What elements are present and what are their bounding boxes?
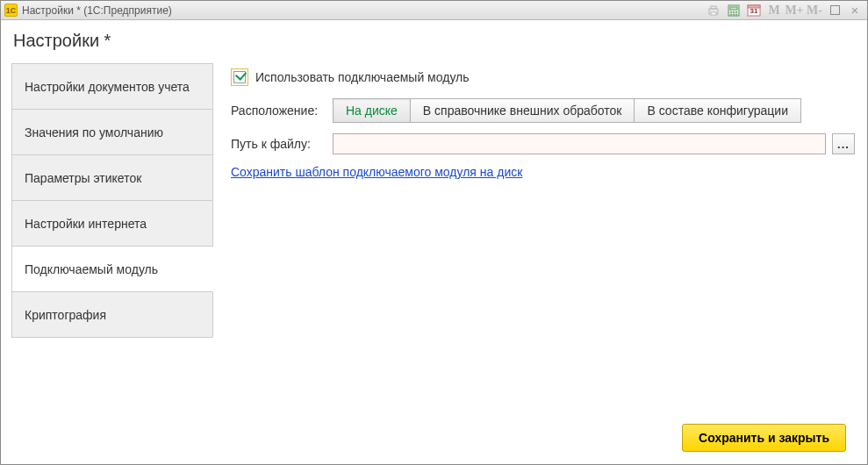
window: 1C Настройки * (1С:Предприятие) 31 M M+ … <box>0 0 868 465</box>
tab-plugin[interactable]: Подключаемый модуль <box>11 247 213 292</box>
svg-point-5 <box>730 11 732 13</box>
loc-ext-catalog[interactable]: В справочнике внешних обработок <box>411 98 635 123</box>
loc-in-config[interactable]: В составе конфигурации <box>635 98 801 123</box>
tab-label: Значения по умолчанию <box>25 125 163 140</box>
main-pane: Использовать подключаемый модуль Располо… <box>229 63 857 418</box>
svg-point-7 <box>735 11 737 13</box>
calculator-icon[interactable] <box>725 3 742 18</box>
save-template-link[interactable]: Сохранить шаблон подключаемого модуля на… <box>231 165 522 179</box>
tab-crypto[interactable]: Криптография <box>11 292 213 338</box>
footer: Сохранить и закрыть <box>11 418 857 457</box>
tab-internet[interactable]: Настройки интернета <box>11 201 213 247</box>
content-area: Настройки * Настройки документов учета З… <box>1 20 867 464</box>
window-title: Настройки * (1С:Предприятие) <box>22 4 172 17</box>
tab-label: Параметры этикеток <box>25 171 141 185</box>
memory-mminus-button[interactable]: M- <box>806 3 823 18</box>
check-icon <box>233 71 246 83</box>
tab-label: Криптография <box>25 308 106 322</box>
svg-rect-2 <box>711 12 716 15</box>
location-toggle: На диске В справочнике внешних обработок… <box>333 98 801 123</box>
maximize-button[interactable] <box>826 3 843 18</box>
side-tabs: Настройки документов учета Значения по у… <box>11 63 213 418</box>
page-title: Настройки * <box>13 31 857 51</box>
tab-doc-settings[interactable]: Настройки документов учета <box>11 64 213 110</box>
calendar-day: 31 <box>745 7 763 15</box>
path-label: Путь к файлу: <box>231 137 326 151</box>
tab-label: Настройки интернета <box>25 217 147 231</box>
svg-point-10 <box>735 13 737 15</box>
memory-m-button[interactable]: M <box>765 3 783 18</box>
save-and-close-button[interactable]: Сохранить и закрыть <box>682 424 846 452</box>
browse-button[interactable]: ... <box>832 133 855 154</box>
window-titlebar: 1C Настройки * (1С:Предприятие) 31 M M+ … <box>1 1 867 20</box>
tab-label: Настройки документов учета <box>25 80 190 94</box>
tab-defaults[interactable]: Значения по умолчанию <box>11 110 213 155</box>
print-icon[interactable] <box>705 3 722 18</box>
close-button[interactable]: × <box>846 3 864 18</box>
svg-point-9 <box>733 13 735 15</box>
svg-point-8 <box>730 13 732 15</box>
app-icon: 1C <box>4 4 18 17</box>
svg-rect-4 <box>730 7 737 10</box>
location-label: Расположение: <box>231 104 326 118</box>
svg-point-6 <box>733 11 735 13</box>
loc-on-disk[interactable]: На диске <box>333 98 411 123</box>
use-plugin-checkbox[interactable] <box>231 68 248 86</box>
memory-mplus-button[interactable]: M+ <box>786 3 803 18</box>
path-input[interactable] <box>333 133 826 154</box>
use-plugin-label: Использовать подключаемый модуль <box>255 70 470 84</box>
tab-labels[interactable]: Параметры этикеток <box>11 155 213 201</box>
svg-rect-1 <box>711 6 716 9</box>
calendar-icon[interactable]: 31 <box>745 3 763 18</box>
tab-label: Подключаемый модуль <box>25 262 158 276</box>
